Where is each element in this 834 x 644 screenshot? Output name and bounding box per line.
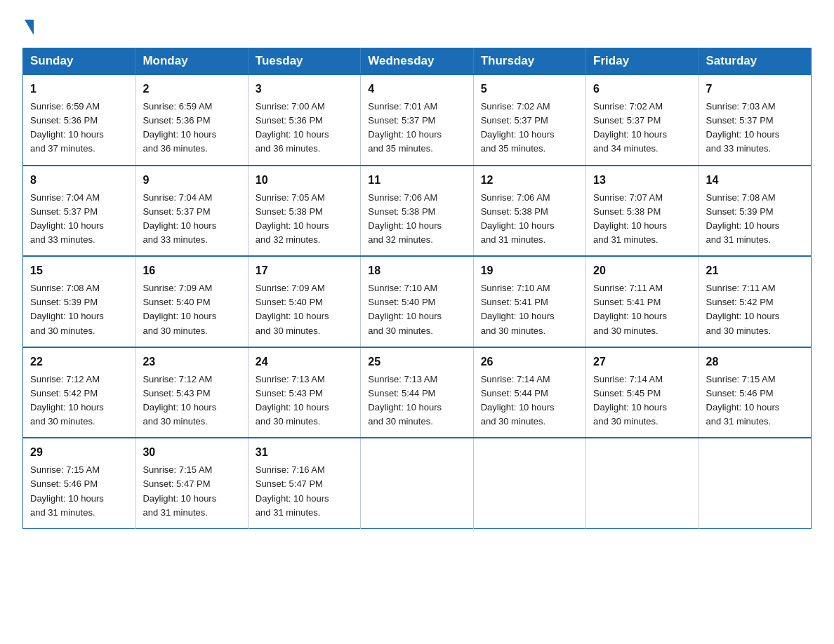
header-friday: Friday [586,48,699,75]
calendar-cell-w1-d4: 4Sunrise: 7:01 AMSunset: 5:37 PMDaylight… [361,74,473,166]
day-info: Sunrise: 7:14 AMSunset: 5:44 PMDaylight:… [481,373,578,429]
header-thursday: Thursday [473,48,585,75]
calendar-cell-w4-d2: 23Sunrise: 7:12 AMSunset: 5:43 PMDayligh… [135,347,248,438]
day-number: 23 [143,354,240,370]
page-header [22,17,812,35]
day-info: Sunrise: 7:03 AMSunset: 5:37 PMDaylight:… [706,100,804,156]
calendar-cell-w1-d2: 2Sunrise: 6:59 AMSunset: 5:36 PMDaylight… [135,74,248,166]
day-info: Sunrise: 7:07 AMSunset: 5:38 PMDaylight:… [593,191,691,248]
calendar-cell-w2-d2: 9Sunrise: 7:04 AMSunset: 5:37 PMDaylight… [135,166,248,257]
day-info: Sunrise: 7:02 AMSunset: 5:37 PMDaylight:… [593,100,691,156]
calendar-cell-w1-d3: 3Sunrise: 7:00 AMSunset: 5:36 PMDaylight… [248,74,360,166]
day-number: 31 [256,444,353,461]
day-number: 9 [143,172,240,189]
calendar-cell-w4-d4: 25Sunrise: 7:13 AMSunset: 5:44 PMDayligh… [361,347,473,438]
calendar-cell-w1-d1: 1Sunrise: 6:59 AMSunset: 5:36 PMDaylight… [23,74,135,166]
day-number: 11 [368,172,465,189]
day-number: 21 [706,262,804,279]
day-number: 28 [706,354,804,370]
day-number: 16 [143,262,240,279]
calendar-cell-w2-d4: 11Sunrise: 7:06 AMSunset: 5:38 PMDayligh… [361,166,473,257]
day-number: 2 [143,81,240,98]
calendar-week-2: 8Sunrise: 7:04 AMSunset: 5:37 PMDaylight… [23,166,812,257]
day-info: Sunrise: 7:10 AMSunset: 5:41 PMDaylight:… [481,281,578,338]
calendar-week-3: 15Sunrise: 7:08 AMSunset: 5:39 PMDayligh… [23,256,812,347]
day-info: Sunrise: 6:59 AMSunset: 5:36 PMDaylight:… [30,100,128,156]
day-info: Sunrise: 7:13 AMSunset: 5:43 PMDaylight:… [256,373,353,429]
calendar-cell-w4-d6: 27Sunrise: 7:14 AMSunset: 5:45 PMDayligh… [586,347,699,438]
header-saturday: Saturday [699,48,811,75]
calendar-week-1: 1Sunrise: 6:59 AMSunset: 5:36 PMDaylight… [23,74,812,166]
day-info: Sunrise: 7:11 AMSunset: 5:42 PMDaylight:… [706,281,804,338]
header-sunday: Sunday [23,48,135,75]
calendar-cell-w5-d2: 30Sunrise: 7:15 AMSunset: 5:47 PMDayligh… [135,438,248,528]
calendar-cell-w5-d1: 29Sunrise: 7:15 AMSunset: 5:46 PMDayligh… [23,438,135,528]
day-number: 17 [256,262,353,279]
day-number: 14 [706,172,804,189]
calendar-week-4: 22Sunrise: 7:12 AMSunset: 5:42 PMDayligh… [23,347,812,438]
calendar-cell-w4-d5: 26Sunrise: 7:14 AMSunset: 5:44 PMDayligh… [473,347,585,438]
day-info: Sunrise: 7:09 AMSunset: 5:40 PMDaylight:… [256,281,353,338]
calendar-cell-w5-d7 [699,438,811,528]
day-info: Sunrise: 7:01 AMSunset: 5:37 PMDaylight:… [368,100,465,156]
header-wednesday: Wednesday [361,48,473,75]
header-monday: Monday [135,48,248,75]
calendar-cell-w2-d5: 12Sunrise: 7:06 AMSunset: 5:38 PMDayligh… [473,166,585,257]
day-number: 10 [256,172,353,189]
calendar-cell-w4-d7: 28Sunrise: 7:15 AMSunset: 5:46 PMDayligh… [699,347,811,438]
day-number: 4 [368,81,465,98]
calendar-cell-w3-d1: 15Sunrise: 7:08 AMSunset: 5:39 PMDayligh… [23,256,135,347]
day-info: Sunrise: 7:15 AMSunset: 5:47 PMDaylight:… [143,463,240,520]
calendar-cell-w3-d3: 17Sunrise: 7:09 AMSunset: 5:40 PMDayligh… [248,256,360,347]
day-info: Sunrise: 7:11 AMSunset: 5:41 PMDaylight:… [593,281,691,338]
day-number: 15 [30,262,128,279]
day-info: Sunrise: 7:08 AMSunset: 5:39 PMDaylight:… [30,281,128,338]
day-info: Sunrise: 7:06 AMSunset: 5:38 PMDaylight:… [368,191,465,248]
day-info: Sunrise: 7:04 AMSunset: 5:37 PMDaylight:… [30,191,128,248]
day-number: 29 [30,444,128,461]
day-number: 1 [30,81,128,98]
calendar-cell-w4-d3: 24Sunrise: 7:13 AMSunset: 5:43 PMDayligh… [248,347,360,438]
calendar-cell-w2-d7: 14Sunrise: 7:08 AMSunset: 5:39 PMDayligh… [699,166,811,257]
calendar-cell-w3-d4: 18Sunrise: 7:10 AMSunset: 5:40 PMDayligh… [361,256,473,347]
day-number: 26 [481,354,578,370]
day-number: 30 [143,444,240,461]
day-info: Sunrise: 7:15 AMSunset: 5:46 PMDaylight:… [706,373,804,429]
calendar-cell-w2-d6: 13Sunrise: 7:07 AMSunset: 5:38 PMDayligh… [586,166,699,257]
day-number: 7 [706,81,804,98]
day-info: Sunrise: 7:15 AMSunset: 5:46 PMDaylight:… [30,463,128,520]
calendar-cell-w3-d6: 20Sunrise: 7:11 AMSunset: 5:41 PMDayligh… [586,256,699,347]
calendar-cell-w4-d1: 22Sunrise: 7:12 AMSunset: 5:42 PMDayligh… [23,347,135,438]
day-number: 19 [481,262,578,279]
day-info: Sunrise: 7:16 AMSunset: 5:47 PMDaylight:… [256,463,353,520]
day-info: Sunrise: 7:08 AMSunset: 5:39 PMDaylight:… [706,191,804,248]
day-number: 22 [30,354,128,370]
day-number: 18 [368,262,465,279]
calendar-cell-w5-d3: 31Sunrise: 7:16 AMSunset: 5:47 PMDayligh… [248,438,360,528]
day-number: 5 [481,81,578,98]
day-info: Sunrise: 7:09 AMSunset: 5:40 PMDaylight:… [143,281,240,338]
day-info: Sunrise: 7:14 AMSunset: 5:45 PMDaylight:… [593,373,691,429]
logo-arrow-icon [25,20,34,35]
calendar-cell-w3-d7: 21Sunrise: 7:11 AMSunset: 5:42 PMDayligh… [699,256,811,347]
calendar-cell-w2-d3: 10Sunrise: 7:05 AMSunset: 5:38 PMDayligh… [248,166,360,257]
calendar-cell-w1-d7: 7Sunrise: 7:03 AMSunset: 5:37 PMDaylight… [699,74,811,166]
day-info: Sunrise: 7:04 AMSunset: 5:37 PMDaylight:… [143,191,240,248]
calendar-cell-w2-d1: 8Sunrise: 7:04 AMSunset: 5:37 PMDaylight… [23,166,135,257]
calendar-cell-w1-d5: 5Sunrise: 7:02 AMSunset: 5:37 PMDaylight… [473,74,585,166]
calendar-cell-w5-d6 [586,438,699,528]
day-info: Sunrise: 7:12 AMSunset: 5:42 PMDaylight:… [30,373,128,429]
calendar-table: SundayMondayTuesdayWednesdayThursdayFrid… [22,48,812,529]
day-number: 8 [30,172,128,189]
day-info: Sunrise: 7:12 AMSunset: 5:43 PMDaylight:… [143,373,240,429]
day-info: Sunrise: 7:10 AMSunset: 5:40 PMDaylight:… [368,281,465,338]
day-info: Sunrise: 7:06 AMSunset: 5:38 PMDaylight:… [481,191,578,248]
calendar-cell-w1-d6: 6Sunrise: 7:02 AMSunset: 5:37 PMDaylight… [586,74,699,166]
logo [22,17,34,35]
day-number: 25 [368,354,465,370]
day-number: 13 [593,172,691,189]
day-info: Sunrise: 6:59 AMSunset: 5:36 PMDaylight:… [143,100,240,156]
day-number: 20 [593,262,691,279]
day-info: Sunrise: 7:13 AMSunset: 5:44 PMDaylight:… [368,373,465,429]
day-info: Sunrise: 7:05 AMSunset: 5:38 PMDaylight:… [256,191,353,248]
